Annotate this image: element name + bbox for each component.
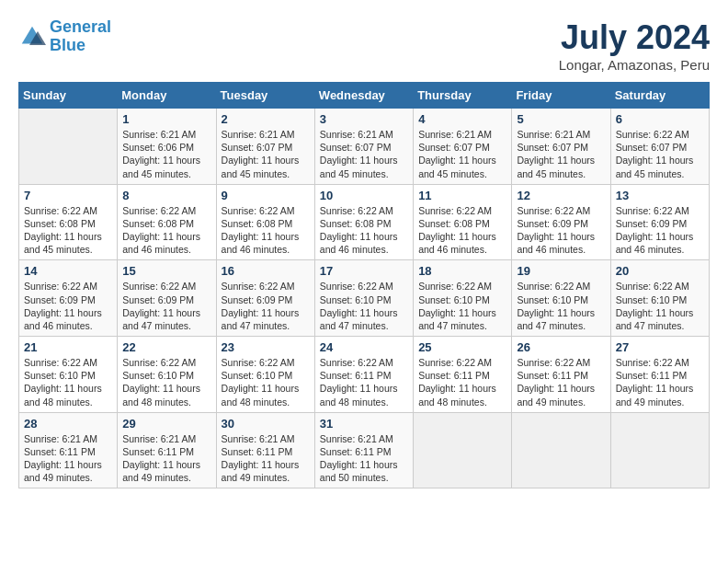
day-number: 5 bbox=[517, 112, 605, 126]
day-number: 4 bbox=[418, 112, 506, 126]
day-info: Sunrise: 6:22 AMSunset: 6:11 PMDaylight:… bbox=[320, 356, 408, 408]
day-number: 16 bbox=[222, 264, 310, 278]
day-header-wednesday: Wednesday bbox=[314, 83, 413, 109]
calendar-cell: 26Sunrise: 6:22 AMSunset: 6:11 PMDayligh… bbox=[512, 337, 610, 413]
day-info: Sunrise: 6:22 AMSunset: 6:08 PMDaylight:… bbox=[122, 204, 210, 257]
calendar-body: 1Sunrise: 6:21 AMSunset: 6:06 PMDaylight… bbox=[19, 109, 710, 488]
calendar-cell: 7Sunrise: 6:22 AMSunset: 6:08 PMDaylight… bbox=[19, 184, 118, 260]
calendar-cell: 30Sunrise: 6:21 AMSunset: 6:11 PMDayligh… bbox=[216, 412, 314, 488]
calendar-cell: 4Sunrise: 6:21 AMSunset: 6:07 PMDaylight… bbox=[414, 109, 512, 185]
day-number: 1 bbox=[122, 112, 210, 126]
day-number: 20 bbox=[616, 264, 704, 278]
calendar-cell: 8Sunrise: 6:22 AMSunset: 6:08 PMDaylight… bbox=[118, 184, 216, 260]
day-info: Sunrise: 6:22 AMSunset: 6:09 PMDaylight:… bbox=[616, 204, 704, 257]
day-info: Sunrise: 6:22 AMSunset: 6:10 PMDaylight:… bbox=[517, 280, 605, 332]
day-info: Sunrise: 6:22 AMSunset: 6:11 PMDaylight:… bbox=[418, 356, 506, 408]
day-header-friday: Friday bbox=[512, 83, 610, 109]
calendar-cell: 18Sunrise: 6:22 AMSunset: 6:10 PMDayligh… bbox=[414, 260, 512, 337]
calendar-cell: 11Sunrise: 6:22 AMSunset: 6:08 PMDayligh… bbox=[414, 184, 512, 260]
day-number: 27 bbox=[616, 340, 704, 354]
calendar-week-row: 28Sunrise: 6:21 AMSunset: 6:11 PMDayligh… bbox=[19, 412, 710, 488]
day-info: Sunrise: 6:21 AMSunset: 6:11 PMDaylight:… bbox=[24, 432, 112, 485]
day-info: Sunrise: 6:22 AMSunset: 6:08 PMDaylight:… bbox=[418, 204, 506, 257]
title-block: July 2024 Longar, Amazonas, Peru bbox=[559, 18, 710, 73]
calendar-cell: 19Sunrise: 6:22 AMSunset: 6:10 PMDayligh… bbox=[512, 260, 610, 337]
calendar-cell: 15Sunrise: 6:22 AMSunset: 6:09 PMDayligh… bbox=[118, 260, 216, 337]
day-header-sunday: Sunday bbox=[19, 83, 118, 109]
day-info: Sunrise: 6:22 AMSunset: 6:08 PMDaylight:… bbox=[222, 204, 310, 257]
day-info: Sunrise: 6:21 AMSunset: 6:11 PMDaylight:… bbox=[122, 432, 210, 485]
day-info: Sunrise: 6:22 AMSunset: 6:09 PMDaylight:… bbox=[24, 280, 112, 332]
calendar-cell: 13Sunrise: 6:22 AMSunset: 6:09 PMDayligh… bbox=[610, 184, 709, 260]
day-number: 10 bbox=[320, 189, 408, 202]
day-number: 2 bbox=[222, 112, 310, 126]
day-header-thursday: Thursday bbox=[414, 83, 512, 109]
calendar-cell bbox=[19, 109, 118, 185]
calendar-cell: 27Sunrise: 6:22 AMSunset: 6:11 PMDayligh… bbox=[610, 337, 709, 413]
calendar-cell: 31Sunrise: 6:21 AMSunset: 6:11 PMDayligh… bbox=[314, 412, 413, 488]
page-header: GeneralBlue July 2024 Longar, Amazonas, … bbox=[18, 18, 710, 73]
day-number: 25 bbox=[418, 340, 506, 354]
day-info: Sunrise: 6:22 AMSunset: 6:10 PMDaylight:… bbox=[320, 280, 408, 332]
day-number: 12 bbox=[517, 189, 605, 202]
day-number: 18 bbox=[418, 264, 506, 278]
calendar-cell: 6Sunrise: 6:22 AMSunset: 6:07 PMDaylight… bbox=[610, 109, 709, 185]
day-number: 7 bbox=[24, 189, 112, 202]
day-info: Sunrise: 6:21 AMSunset: 6:07 PMDaylight:… bbox=[222, 128, 310, 180]
calendar-cell bbox=[512, 412, 610, 488]
day-header-tuesday: Tuesday bbox=[216, 83, 314, 109]
calendar-cell: 5Sunrise: 6:21 AMSunset: 6:07 PMDaylight… bbox=[512, 109, 610, 185]
day-info: Sunrise: 6:22 AMSunset: 6:10 PMDaylight:… bbox=[24, 356, 112, 408]
calendar-cell: 17Sunrise: 6:22 AMSunset: 6:10 PMDayligh… bbox=[314, 260, 413, 337]
day-info: Sunrise: 6:21 AMSunset: 6:07 PMDaylight:… bbox=[320, 128, 408, 180]
calendar-cell bbox=[414, 412, 512, 488]
calendar-cell: 29Sunrise: 6:21 AMSunset: 6:11 PMDayligh… bbox=[118, 412, 216, 488]
location-subtitle: Longar, Amazonas, Peru bbox=[559, 57, 710, 73]
logo-icon bbox=[18, 23, 46, 51]
calendar-cell: 3Sunrise: 6:21 AMSunset: 6:07 PMDaylight… bbox=[314, 109, 413, 185]
day-info: Sunrise: 6:21 AMSunset: 6:06 PMDaylight:… bbox=[122, 128, 210, 180]
day-number: 6 bbox=[616, 112, 704, 126]
day-info: Sunrise: 6:22 AMSunset: 6:10 PMDaylight:… bbox=[418, 280, 506, 332]
day-info: Sunrise: 6:21 AMSunset: 6:07 PMDaylight:… bbox=[418, 128, 506, 180]
day-number: 31 bbox=[320, 417, 408, 431]
day-number: 28 bbox=[24, 417, 112, 431]
day-info: Sunrise: 6:22 AMSunset: 6:09 PMDaylight:… bbox=[122, 280, 210, 332]
day-info: Sunrise: 6:22 AMSunset: 6:09 PMDaylight:… bbox=[222, 280, 310, 332]
month-year-title: July 2024 bbox=[559, 18, 710, 57]
calendar-cell: 28Sunrise: 6:21 AMSunset: 6:11 PMDayligh… bbox=[19, 412, 118, 488]
day-number: 11 bbox=[418, 189, 506, 202]
day-info: Sunrise: 6:21 AMSunset: 6:11 PMDaylight:… bbox=[222, 432, 310, 485]
day-number: 3 bbox=[320, 112, 408, 126]
day-number: 17 bbox=[320, 264, 408, 278]
calendar-cell: 21Sunrise: 6:22 AMSunset: 6:10 PMDayligh… bbox=[19, 337, 118, 413]
day-info: Sunrise: 6:22 AMSunset: 6:09 PMDaylight:… bbox=[517, 204, 605, 257]
day-info: Sunrise: 6:22 AMSunset: 6:07 PMDaylight:… bbox=[616, 128, 704, 180]
day-number: 14 bbox=[24, 264, 112, 278]
calendar-cell: 22Sunrise: 6:22 AMSunset: 6:10 PMDayligh… bbox=[118, 337, 216, 413]
day-number: 24 bbox=[320, 340, 408, 354]
day-number: 9 bbox=[222, 189, 310, 202]
day-header-saturday: Saturday bbox=[610, 83, 709, 109]
day-info: Sunrise: 6:22 AMSunset: 6:08 PMDaylight:… bbox=[24, 204, 112, 257]
day-info: Sunrise: 6:21 AMSunset: 6:07 PMDaylight:… bbox=[517, 128, 605, 180]
day-number: 29 bbox=[122, 417, 210, 431]
calendar-cell: 1Sunrise: 6:21 AMSunset: 6:06 PMDaylight… bbox=[118, 109, 216, 185]
calendar-table: SundayMondayTuesdayWednesdayThursdayFrid… bbox=[18, 82, 710, 488]
day-info: Sunrise: 6:22 AMSunset: 6:11 PMDaylight:… bbox=[616, 356, 704, 408]
calendar-week-row: 1Sunrise: 6:21 AMSunset: 6:06 PMDaylight… bbox=[19, 109, 710, 185]
day-info: Sunrise: 6:21 AMSunset: 6:11 PMDaylight:… bbox=[320, 432, 408, 485]
calendar-cell: 16Sunrise: 6:22 AMSunset: 6:09 PMDayligh… bbox=[216, 260, 314, 337]
day-info: Sunrise: 6:22 AMSunset: 6:08 PMDaylight:… bbox=[320, 204, 408, 257]
calendar-cell: 25Sunrise: 6:22 AMSunset: 6:11 PMDayligh… bbox=[414, 337, 512, 413]
calendar-cell: 23Sunrise: 6:22 AMSunset: 6:10 PMDayligh… bbox=[216, 337, 314, 413]
day-number: 26 bbox=[517, 340, 605, 354]
calendar-cell: 2Sunrise: 6:21 AMSunset: 6:07 PMDaylight… bbox=[216, 109, 314, 185]
calendar-week-row: 21Sunrise: 6:22 AMSunset: 6:10 PMDayligh… bbox=[19, 337, 710, 413]
calendar-cell: 10Sunrise: 6:22 AMSunset: 6:08 PMDayligh… bbox=[314, 184, 413, 260]
day-number: 21 bbox=[24, 340, 112, 354]
day-info: Sunrise: 6:22 AMSunset: 6:10 PMDaylight:… bbox=[122, 356, 210, 408]
day-header-monday: Monday bbox=[118, 83, 216, 109]
day-number: 19 bbox=[517, 264, 605, 278]
calendar-cell bbox=[610, 412, 709, 488]
